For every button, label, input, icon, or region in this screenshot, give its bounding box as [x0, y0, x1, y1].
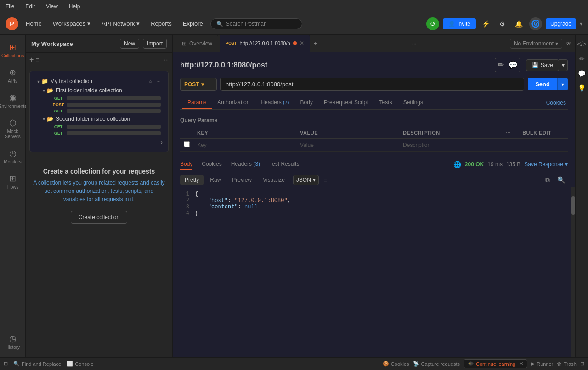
console-btn[interactable]: ⬜ Console [67, 361, 93, 367]
tab-active-request[interactable]: POST http://127.0.0.1:8080/p ✕ [220, 35, 310, 52]
sidebar-item-mock-servers[interactable]: ⬡ Mock Servers [2, 114, 24, 143]
resp-sub-tab-pretty[interactable]: Pretty [180, 175, 204, 185]
sort-icon-btn[interactable]: ≡ [35, 56, 39, 63]
settings-icon-btn[interactable]: ⚙ [496, 17, 509, 30]
upgrade-button[interactable]: Upgrade [546, 18, 576, 29]
invite-button[interactable]: 👤 Invite [443, 18, 476, 29]
eye-icon[interactable]: 👁 [566, 40, 571, 47]
dropdown-arrow-icon[interactable]: ▾ [580, 21, 582, 27]
bell-icon-btn[interactable]: 🔔 [513, 17, 526, 30]
expand-icon[interactable]: › [160, 138, 163, 146]
sidebar-item-apis[interactable]: ⊕ APIs [2, 64, 24, 87]
copy-icon-btn[interactable]: ⧉ [543, 175, 553, 185]
param-checkbox[interactable] [184, 141, 190, 147]
sidebar-item-collections[interactable]: ⊞ Collections [2, 39, 24, 62]
request-item[interactable]: GET [48, 123, 163, 130]
url-input[interactable] [220, 78, 524, 91]
resp-tab-cookies[interactable]: Cookies [202, 159, 221, 170]
close-learning-icon[interactable]: ✕ [519, 361, 523, 367]
resp-sub-tab-visualize[interactable]: Visualize [258, 175, 289, 185]
edit-icon-btn[interactable]: ✏ [495, 58, 506, 72]
request-item[interactable]: GET [48, 130, 163, 136]
search-icon-btn[interactable]: 🔍 [554, 175, 568, 185]
tab-params[interactable]: Params [182, 96, 212, 109]
menu-view[interactable]: View [44, 2, 60, 11]
tab-settings[interactable]: Settings [398, 96, 429, 109]
capture-requests-btn[interactable]: 📡 Capture requests [413, 361, 460, 367]
env-select[interactable]: No Environment ▾ [510, 39, 562, 49]
main-content: ⊞ Overview POST http://127.0.0.1:8080/p … [173, 35, 575, 357]
tab-close-icon[interactable]: ✕ [300, 40, 304, 46]
collection-root[interactable]: ▾ 📁 My first collection ☆ ··· [35, 77, 163, 86]
request-item[interactable]: GET [48, 108, 163, 114]
tab-tests[interactable]: Tests [374, 96, 398, 109]
nav-home[interactable]: Home [22, 18, 45, 29]
code-scroll-thumb[interactable] [571, 196, 575, 215]
wrap-text-icon-btn[interactable]: ≡ [321, 175, 330, 185]
sidebar-item-environments[interactable]: ◉ Environments [2, 89, 24, 112]
add-icon-btn[interactable]: + [29, 56, 34, 64]
bulk-edit-header[interactable]: Bulk Edit [519, 127, 568, 139]
tab-pre-request-script[interactable]: Pre-request Script [318, 96, 374, 109]
cookies-link[interactable]: Cookies [546, 97, 566, 109]
save-button[interactable]: 💾 Save [526, 59, 559, 71]
tab-body[interactable]: Body [295, 96, 318, 109]
sidebar-item-history[interactable]: ◷ History [2, 330, 24, 353]
method-select[interactable]: POST ▾ [180, 78, 217, 91]
comment-icon-btn[interactable]: 💬 [576, 68, 588, 79]
sidebar-item-monitors[interactable]: ◷ Monitors [2, 145, 24, 168]
sync-icon-btn[interactable]: ↺ [426, 17, 439, 30]
light-bulb-icon-btn[interactable]: 💡 [576, 83, 588, 94]
collection-more-icon[interactable]: ··· [156, 78, 161, 84]
nav-workspaces[interactable]: Workspaces ▾ [49, 18, 94, 29]
continue-learning-btn[interactable]: 🎓 Continue learning ✕ [464, 359, 527, 368]
layout-icon-btn[interactable]: ⊞ [4, 361, 8, 367]
param-value-input[interactable] [300, 142, 396, 148]
tab-overview[interactable]: ⊞ Overview [176, 35, 218, 52]
second-folder[interactable]: ▾ 📂 Second folder inside collection [41, 114, 163, 123]
nav-reports[interactable]: Reports [147, 18, 175, 29]
send-dropdown-button[interactable]: ▾ [557, 78, 568, 90]
resp-sub-tab-preview[interactable]: Preview [227, 175, 256, 185]
menu-help[interactable]: Help [67, 2, 82, 11]
menu-file[interactable]: File [4, 2, 16, 11]
tab-authorization[interactable]: Authorization [212, 96, 255, 109]
split-view-icon-btn[interactable]: ⊞ [580, 361, 584, 367]
create-collection-button[interactable]: Create collection [71, 211, 127, 224]
save-response-button[interactable]: Save Response ▾ [524, 161, 568, 168]
send-button[interactable]: Send [528, 78, 557, 90]
request-item[interactable]: POST [48, 101, 163, 108]
new-button[interactable]: New [120, 39, 139, 49]
runner-btn[interactable]: ▶ Runner [531, 361, 553, 367]
more-options-icon[interactable]: ··· [164, 56, 169, 63]
menu-edit[interactable]: Edit [23, 2, 37, 11]
request-item[interactable]: GET [48, 95, 163, 101]
code-scrollbar[interactable] [571, 187, 575, 357]
request-url-bar [67, 125, 161, 129]
resp-tab-body[interactable]: Body [180, 159, 192, 170]
param-key-input[interactable] [197, 142, 293, 148]
code-icon-btn[interactable]: </> [575, 39, 588, 50]
edit-icon-btn[interactable]: ✏ [577, 53, 587, 64]
nav-api-network[interactable]: API Network ▾ [98, 18, 143, 29]
first-folder[interactable]: ▾ 📂 First folder inside collection [41, 86, 163, 95]
comment-icon-btn[interactable]: 💬 [506, 58, 520, 72]
search-bar[interactable]: 🔍 Search Postman [210, 18, 302, 29]
import-button[interactable]: Import [143, 39, 167, 49]
save-dropdown-button[interactable]: ▾ [559, 59, 568, 71]
trash-btn[interactable]: 🗑 Trash [557, 361, 577, 367]
lightning-icon-btn[interactable]: ⚡ [480, 17, 492, 30]
tab-more-icon[interactable]: ··· [410, 40, 418, 47]
resp-tab-test-results[interactable]: Test Results [269, 159, 299, 170]
json-format-select[interactable]: JSON ▾ [293, 175, 319, 185]
tab-headers[interactable]: Headers (7) [255, 96, 294, 109]
tab-add-icon[interactable]: + [312, 40, 319, 47]
find-replace-btn[interactable]: 🔍 Find and Replace [13, 361, 61, 367]
cookies-status-btn[interactable]: 🍪 Cookies [383, 361, 409, 367]
resp-sub-tab-raw[interactable]: Raw [205, 175, 226, 185]
nav-explore[interactable]: Explore [179, 18, 207, 29]
avatar[interactable]: 🌀 [529, 17, 542, 30]
resp-tab-headers[interactable]: Headers (3) [231, 159, 260, 170]
param-desc-input[interactable] [403, 142, 498, 148]
sidebar-item-flows[interactable]: ⊞ Flows [2, 170, 24, 193]
